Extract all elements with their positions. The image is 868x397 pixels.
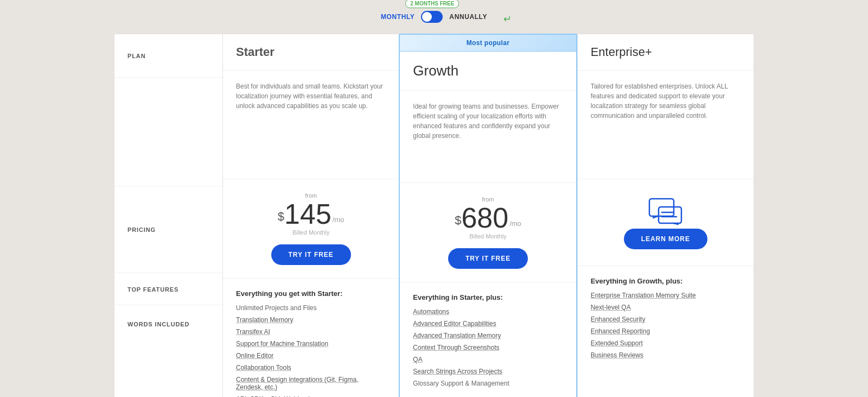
months-free-badge: 2 MONTHS FREE (405, 0, 459, 8)
monthly-label: MONTHLY (381, 13, 414, 21)
enterprise-feature-1[interactable]: Enterprise Translation Memory Suite (591, 292, 741, 299)
pricing-label: PRICING (127, 226, 156, 233)
enterprise-pricing-section: LEARN MORE (578, 179, 754, 266)
enterprise-name-section: Enterprise+ (578, 34, 754, 71)
growth-dollar: $ (455, 213, 461, 228)
enterprise-description: Tailored for established enterprises. Un… (591, 81, 741, 121)
features-label-cell: TOP FEATURES (114, 273, 222, 305)
words-label-cell: WORDS INCLUDED (114, 305, 222, 343)
growth-billed: Billed Monthly (469, 233, 506, 240)
starter-price-mo: /mo (333, 216, 344, 224)
growth-price-mo: /mo (509, 219, 521, 228)
starter-billed: Billed Monthly (292, 229, 329, 236)
starter-price-amount: $ 145 /mo (278, 200, 344, 228)
growth-feature-3[interactable]: Advanced Translation Memory (413, 332, 563, 339)
growth-pricing-section: from $ 680 /mo Billed Monthly TRY IT FRE… (400, 183, 576, 282)
starter-feature-7[interactable]: Content & Design integrations (Git, Figm… (236, 376, 386, 391)
arrow-icon: ↵ (503, 13, 512, 25)
growth-feature-5[interactable]: QA (413, 356, 563, 363)
growth-feature-2[interactable]: Advanced Editor Capabilities (413, 320, 563, 327)
starter-features-section: Everything you get with Starter: Unlimit… (223, 279, 399, 397)
annually-label: ANNUALLY (449, 13, 487, 21)
enterprise-desc-section: Tailored for established enterprises. Un… (578, 71, 754, 179)
growth-price-number: 680 (461, 204, 508, 232)
plan-label: PLAN (127, 53, 145, 59)
starter-description: Best for individuals and small teams. Ki… (236, 81, 386, 111)
words-included-label: WORDS INCLUDED (127, 321, 189, 327)
chat-icon (647, 196, 685, 229)
starter-feature-1: Unlimited Projects and Files (236, 304, 386, 312)
billing-toggle-area: MONTHLY 2 MONTHS FREE ANNUALLY ↵ (381, 11, 487, 23)
growth-name-section: Growth (400, 52, 576, 91)
starter-pricing-section: from $ 145 /mo Billed Monthly TRY IT FRE… (223, 179, 399, 279)
enterprise-feature-3[interactable]: Enhanced Security (591, 316, 741, 323)
starter-features-title: Everything you get with Starter: (236, 289, 386, 298)
growth-feature-7: Glossary Support & Management (413, 380, 563, 387)
starter-cta-button[interactable]: TRY IT FREE (271, 244, 351, 265)
starter-desc-section: Best for individuals and small teams. Ki… (223, 71, 399, 179)
starter-plan-name: Starter (236, 45, 275, 59)
growth-features-title: Everything in Starter, plus: (413, 293, 563, 301)
billing-toggle[interactable]: 2 MONTHS FREE (421, 11, 443, 23)
enterprise-feature-5[interactable]: Extended Support (591, 339, 741, 347)
growth-desc-section: Ideal for growing teams and businesses. … (400, 91, 576, 183)
plan-desc-spacer (114, 78, 222, 186)
enterprise-feature-6[interactable]: Business Reviews (591, 351, 741, 359)
growth-plan-name: Growth (413, 62, 458, 79)
starter-dollar: $ (278, 210, 284, 224)
pricing-table: PLAN PRICING TOP FEATURES WORDS INCLUDED… (114, 34, 754, 397)
growth-feature-6[interactable]: Search Strings Across Projects (413, 368, 563, 375)
growth-feature-1[interactable]: Automations (413, 308, 563, 316)
growth-feature-4[interactable]: Context Through Screenshots (413, 344, 563, 351)
starter-name-section: Starter (223, 34, 399, 71)
enterprise-feature-2[interactable]: Next-level QA (591, 304, 741, 311)
starter-feature-6[interactable]: Collaboration Tools (236, 364, 386, 371)
starter-price-number: 145 (284, 200, 331, 228)
svg-rect-1 (659, 207, 681, 223)
enterprise-feature-4[interactable]: Enhanced Reporting (591, 327, 741, 335)
starter-feature-4[interactable]: Support for Machine Translation (236, 340, 386, 348)
enterprise-cta-button[interactable]: LEARN MORE (624, 229, 707, 249)
enterprise-features-section: Everything in Growth, plus: Enterprise T… (578, 266, 754, 397)
toggle-knob (422, 12, 432, 22)
growth-description: Ideal for growing teams and businesses. … (413, 102, 563, 141)
starter-column: Starter Best for individuals and small t… (222, 34, 399, 397)
growth-price-amount: $ 680 /mo (455, 204, 521, 232)
enterprise-plan-name: Enterprise+ (591, 45, 652, 59)
enterprise-features-title: Everything in Growth, plus: (591, 277, 741, 285)
growth-features-section: Everything in Starter, plus: Automations… (400, 282, 576, 397)
labels-column: PLAN PRICING TOP FEATURES WORDS INCLUDED (114, 34, 222, 397)
growth-column: Most popular Growth Ideal for growing te… (399, 34, 577, 397)
top-features-label: TOP FEATURES (127, 286, 178, 293)
starter-feature-3[interactable]: Transifex AI (236, 328, 386, 336)
starter-feature-2[interactable]: Translation Memory (236, 316, 386, 324)
growth-cta-button[interactable]: TRY IT FREE (448, 248, 528, 269)
plan-label-header: PLAN (114, 34, 222, 78)
enterprise-column: Enterprise+ Tailored for established ent… (577, 34, 754, 397)
pricing-label-cell: PRICING (114, 186, 222, 273)
most-popular-banner: Most popular (400, 35, 576, 52)
starter-feature-5[interactable]: Online Editor (236, 352, 386, 360)
